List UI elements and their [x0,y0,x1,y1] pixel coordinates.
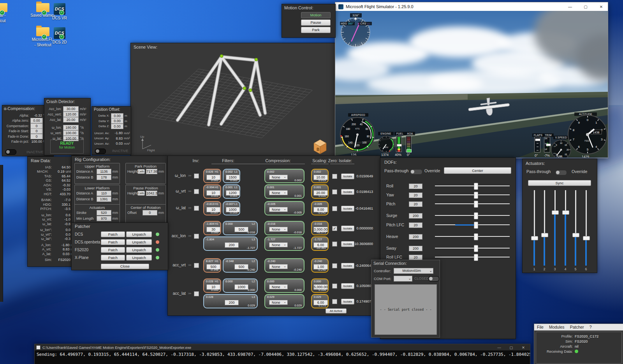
zero-checkbox[interactable] [332,242,337,247]
actuator-slider-handle[interactable] [552,210,559,215]
maximize-icon[interactable]: ▢ [579,5,592,9]
dof-value-input[interactable]: 20 [409,255,422,260]
menu-item-file[interactable]: File [537,325,544,329]
actuator-slider-handle[interactable] [531,236,538,240]
invert-checkbox[interactable] [194,206,199,211]
dof-value-input[interactable]: 20 [409,184,422,189]
unpatch-button[interactable]: Unpatch [126,231,152,237]
motion-control-button-park[interactable]: Park [301,27,331,33]
actuators-passthrough-toggle[interactable] [555,170,567,175]
view-gizmo-cube[interactable]: B [314,140,326,154]
rig-row-input[interactable]: 0 [143,210,157,215]
compression-select[interactable]: None [269,190,288,195]
dof-value-input[interactable]: 200 [409,234,422,240]
actuator-slider-handle[interactable] [583,236,590,240]
unpatch-button[interactable]: Unpatch [126,239,152,245]
patch-button[interactable]: Patch [101,231,125,237]
filter-param-input[interactable]: 1000 [234,284,248,290]
actuator-slider-handle[interactable] [572,233,579,237]
dof-slider-handle[interactable] [474,183,478,190]
dofs-center-button[interactable]: Center [444,167,511,174]
dof-slider-handle[interactable] [474,233,478,240]
crash-input[interactable]: 180.00 [63,125,79,130]
patcher-close-button[interactable]: Close [101,264,149,269]
desktop-icon-dcs-vr[interactable]: DCS✓DCS VR [46,3,74,20]
patch-button[interactable]: Patch [101,255,125,261]
desktop-icon-hub-shortcut[interactable]: ✓Hub -ortcut [0,3,15,23]
dof-slider-handle[interactable] [474,212,478,219]
rig-row-input[interactable]: 1042.38 [146,191,157,196]
invert-checkbox[interactable] [194,263,199,268]
patch-button[interactable]: Patch [101,247,125,253]
close-icon[interactable]: ✕ [595,5,608,9]
crash-input[interactable]: 120.00 [63,112,79,117]
com-port-select[interactable]: ⌄ [394,276,412,282]
maximize-icon[interactable]: ▢ [506,345,516,350]
rig-row-input[interactable]: 520 [97,210,111,215]
filter-param-input[interactable]: 200 [225,300,239,305]
zero-checkbox[interactable] [332,206,337,211]
dof-value-input[interactable]: 200 [409,246,422,251]
offset-input[interactable]: 0.00 [111,118,123,124]
crash-input[interactable]: 20.00 [63,117,79,122]
crash-input[interactable]: 30.00 [63,106,79,112]
close-icon[interactable]: ✕ [518,345,528,350]
minimize-icon[interactable]: — [563,5,577,9]
zero-checkbox[interactable]: ✓ [332,226,337,231]
offset-input[interactable]: 0.00 [111,113,123,119]
alpha-input[interactable]: 0 [30,128,43,134]
position-offset-toggle[interactable] [95,149,106,154]
alpha-input[interactable]: 0.00 [30,118,43,123]
rig-row-input[interactable]: 970 [97,216,111,221]
rig-row-input[interactable]: 717.38 [146,169,157,174]
minimize-icon[interactable]: — [494,345,504,350]
unpatch-button[interactable]: Unpatch [126,247,152,253]
invert-checkbox[interactable] [194,291,199,296]
serial-log-area[interactable]: - - Serial port closed - - [375,284,437,335]
dof-value-input[interactable]: 20 [409,201,422,207]
unpatch-button[interactable]: Unpatch [126,255,152,261]
compression-select[interactable]: None [269,284,288,289]
compression-select[interactable]: None [269,264,288,269]
compression-select[interactable]: None [269,207,288,212]
zero-checkbox[interactable] [332,263,337,268]
motion-control-button-pause[interactable]: Pause [301,19,331,26]
msfs-viewport[interactable]: 328°HDG 360°CRS ---AIRSPEED4060801001201… [335,11,608,158]
alpha-compensation-toggle[interactable] [5,149,16,155]
calibrate-button[interactable]: Calib. [137,169,145,174]
desktop-icon-dcs-2d[interactable]: DCS✓DCS 2D [46,27,74,44]
filter-param-input[interactable]: 200 [225,242,239,248]
invert-checkbox[interactable] [194,173,199,178]
zero-checkbox[interactable] [332,284,337,289]
controller-select[interactable]: Motion4Sim ⌄ [394,268,433,274]
invert-checkbox[interactable] [194,234,199,239]
rig-row-input[interactable]: 178 [97,175,111,180]
compression-select[interactable]: None [269,242,288,247]
menu-item-modules[interactable]: Modules [549,325,565,329]
motion-control-button-motion[interactable]: Motion [301,12,331,18]
offset-input[interactable]: 0.00 [111,124,123,129]
msfs-title-bar[interactable]: Microsoft Flight Simulator - 1.25.9.0 — … [335,2,608,11]
rig-row-input[interactable]: 110 [97,191,111,196]
all-active-button[interactable]: All Active [326,308,347,313]
filter-param-input[interactable]: 500 [234,264,248,270]
dof-slider-handle[interactable] [474,201,478,208]
dof-value-input[interactable]: 20 [409,222,422,228]
dofs-passthrough-toggle[interactable] [410,169,422,175]
compression-select[interactable]: None [269,175,288,180]
dof-slider-handle[interactable] [474,222,478,229]
dof-slider-handle[interactable] [474,192,478,199]
console-title-bar[interactable]: C:\Users\frank\Saved Games\YAME Motion E… [35,344,530,350]
compression-select[interactable]: None [269,227,288,232]
dof-value-input[interactable]: 20 [409,192,422,198]
alpha-input[interactable]: 0 [30,134,43,139]
actuator-slider-handle[interactable] [541,233,548,237]
rig-3d-view[interactable]: B Up Flight [131,43,335,157]
actuators-sync-button[interactable]: Sync [528,180,591,186]
calibrate-button[interactable]: Calib. [137,191,145,196]
patch-button[interactable]: Patch [101,239,125,245]
rig-row-input[interactable]: 1391 [97,196,111,202]
dof-value-input[interactable]: 200 [409,213,422,219]
alpha-input[interactable]: 0 [30,123,43,129]
invert-checkbox[interactable] [194,189,199,194]
